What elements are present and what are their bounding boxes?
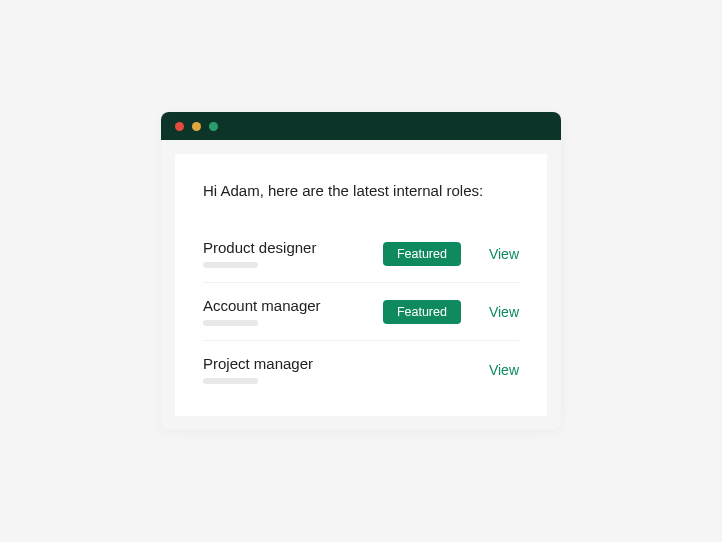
- view-link[interactable]: View: [489, 362, 519, 378]
- role-subtitle-placeholder: [203, 320, 258, 326]
- window-minimize-icon[interactable]: [192, 122, 201, 131]
- view-link[interactable]: View: [489, 246, 519, 262]
- role-title: Product designer: [203, 239, 383, 256]
- role-row: Project managerFeaturedView: [203, 341, 519, 398]
- view-link[interactable]: View: [489, 304, 519, 320]
- roles-list: Product designerFeaturedViewAccount mana…: [203, 225, 519, 398]
- role-subtitle-placeholder: [203, 378, 258, 384]
- role-title: Account manager: [203, 297, 383, 314]
- featured-badge: Featured: [383, 242, 461, 266]
- app-window: Hi Adam, here are the latest internal ro…: [161, 112, 561, 430]
- window-close-icon[interactable]: [175, 122, 184, 131]
- role-row: Account managerFeaturedView: [203, 283, 519, 341]
- greeting-text: Hi Adam, here are the latest internal ro…: [203, 182, 519, 199]
- role-title-block: Project manager: [203, 355, 383, 384]
- window-titlebar: [161, 112, 561, 140]
- role-title-block: Product designer: [203, 239, 383, 268]
- role-title: Project manager: [203, 355, 383, 372]
- content-card: Hi Adam, here are the latest internal ro…: [175, 154, 547, 416]
- role-subtitle-placeholder: [203, 262, 258, 268]
- window-maximize-icon[interactable]: [209, 122, 218, 131]
- role-row: Product designerFeaturedView: [203, 225, 519, 283]
- featured-badge: Featured: [383, 300, 461, 324]
- role-title-block: Account manager: [203, 297, 383, 326]
